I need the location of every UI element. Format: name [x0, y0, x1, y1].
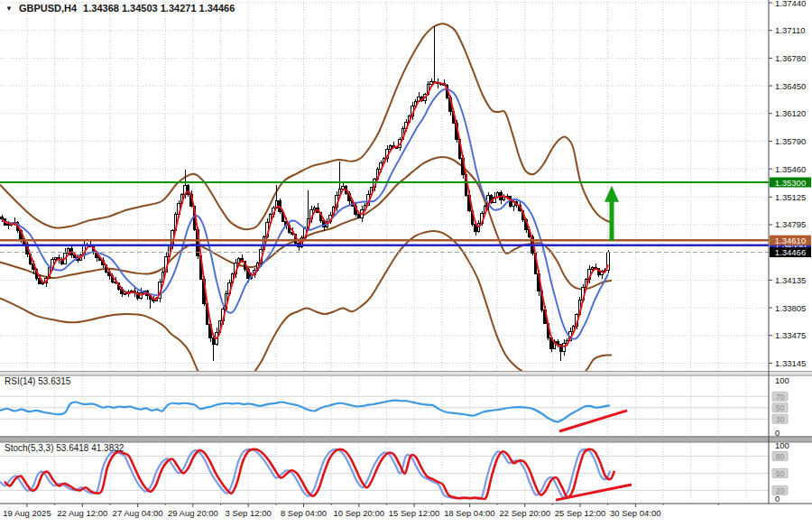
time-axis: 19 Aug 202522 Aug 12:0027 Aug 04:0029 Au… [3, 504, 718, 518]
svg-text:70: 70 [776, 393, 785, 402]
grid [0, 2, 769, 501]
scale-bottom: 0 [775, 428, 780, 438]
time-tick-label: 25 Sep 12:00 [555, 508, 606, 518]
price-tick-label: 1.33805 [775, 303, 806, 313]
price-tick-label: 1.33475 [775, 330, 806, 340]
stoch-label: Stoch(5,3,3) 53.6418 41.3832 [5, 443, 124, 453]
symbol-period-label: GBPUSD,H4 [19, 3, 77, 14]
ma-slow [2, 89, 608, 339]
bollinger-middle [0, 157, 612, 289]
price-tick-label: 1.35460 [775, 164, 806, 174]
svg-text:1.34466: 1.34466 [775, 247, 806, 257]
level-badge: 50 [772, 468, 788, 478]
time-tick-label: 3 Sep 12:00 [226, 508, 272, 518]
time-tick-label: 19 Aug 2025 [3, 508, 51, 518]
time-tick-label: 22 Aug 12:00 [57, 508, 107, 518]
candles [1, 26, 609, 361]
time-tick-label: 30 Sep 04:00 [610, 508, 661, 518]
ma-fast [2, 82, 608, 347]
scale-top: 100 [775, 440, 789, 450]
separator [0, 437, 812, 442]
time-tick-label: 10 Sep 20:00 [334, 508, 385, 518]
price-badge: 1.35300 [770, 178, 811, 188]
bollinger-upper [0, 23, 612, 229]
separator [0, 372, 812, 376]
rsi-trendline [559, 411, 627, 431]
level-badge: 30 [772, 414, 788, 424]
price-axis: 1.374401.371101.367801.364501.361201.357… [769, 0, 811, 368]
time-tick-label: 22 Sep 20:00 [499, 508, 550, 518]
svg-text:50: 50 [776, 469, 785, 478]
time-tick-label: 29 Aug 20:00 [168, 508, 218, 518]
time-tick-label: 8 Sep 04:00 [281, 508, 327, 518]
up-arrow [604, 186, 619, 241]
price-badge: 1.34610 [770, 236, 811, 245]
price-tick-label: 1.34135 [775, 275, 806, 285]
price-tick-label: 1.35790 [775, 136, 806, 146]
price-tick-label: 1.36780 [775, 53, 806, 63]
price-tick-label: 1.37440 [775, 0, 806, 8]
svg-text:20: 20 [776, 486, 785, 495]
time-tick-label: 15 Sep 12:00 [389, 508, 440, 518]
level-badge: 70 [772, 392, 788, 402]
level-badge: 50 [772, 403, 788, 413]
horizontal-lines [0, 182, 769, 253]
time-tick-label: 18 Sep 04:00 [444, 508, 495, 518]
svg-text:30: 30 [776, 415, 785, 424]
bollinger-lower [0, 231, 612, 393]
price-badge: 1.34466 [770, 247, 811, 257]
price-tick-label: 1.36120 [775, 108, 806, 118]
rsi-label: RSI(14) 53.6315 [5, 376, 70, 386]
indicator-scale: 1000705030 [772, 375, 789, 438]
indicator-scale: 1000805020 [772, 440, 789, 504]
price-tick-label: 1.35125 [775, 192, 806, 202]
stoch-panel [0, 449, 632, 500]
price-tick-label: 1.36450 [775, 81, 806, 91]
price-tick-label: 1.37110 [775, 25, 806, 35]
svg-text:80: 80 [776, 452, 785, 461]
moving-averages [2, 82, 608, 347]
svg-text:1.34610: 1.34610 [775, 236, 806, 245]
ohlc-values: 1.34368 1.34503 1.34271 1.34466 [83, 3, 235, 14]
chart-title: ▼ GBPUSD,H4 1.34368 1.34503 1.34271 1.34… [5, 3, 235, 14]
level-badge: 20 [772, 485, 788, 495]
price-tick-label: 1.34795 [775, 219, 806, 229]
rsi-panel [0, 401, 627, 431]
svg-text:1.35300: 1.35300 [775, 178, 806, 188]
chart-window: 1.374401.371101.367801.364501.361201.357… [0, 0, 812, 527]
level-badge: 80 [772, 451, 788, 461]
svg-text:50: 50 [776, 403, 785, 412]
symbol-dropdown-icon[interactable]: ▼ [5, 5, 13, 13]
scale-top: 100 [775, 375, 789, 385]
time-tick-label: 27 Aug 04:00 [113, 508, 163, 518]
price-tick-label: 1.33145 [775, 358, 806, 368]
